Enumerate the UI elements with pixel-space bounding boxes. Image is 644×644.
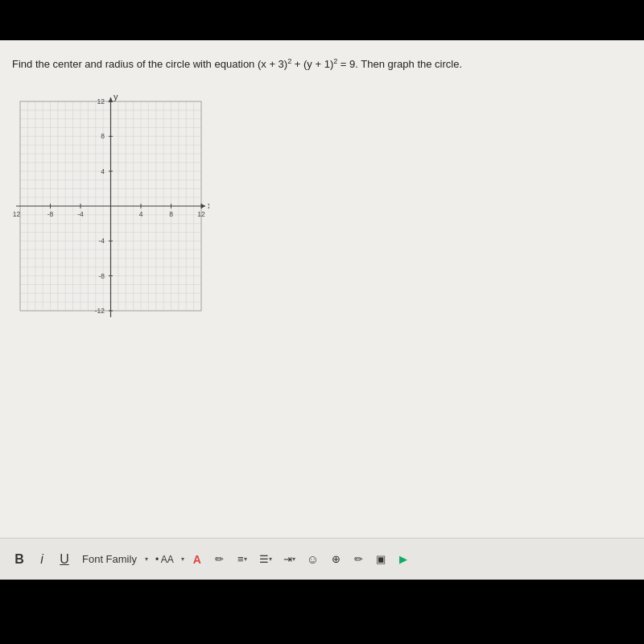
more-button[interactable]: ▶ bbox=[394, 550, 413, 568]
problem-equation: (x + 3)2 + (y + 1)2 = 9 bbox=[258, 58, 355, 70]
problem-text-after: . Then graph the circle. bbox=[355, 58, 462, 70]
x-axis-label: x bbox=[208, 200, 209, 210]
underline-button[interactable]: U bbox=[55, 549, 74, 570]
y-tick-12: 12 bbox=[97, 97, 105, 105]
link-button[interactable]: ⊕ bbox=[326, 550, 345, 568]
x-tick-neg12: -12 bbox=[12, 210, 20, 218]
bold-button[interactable]: B bbox=[10, 549, 29, 570]
y-tick-4: 4 bbox=[101, 167, 105, 175]
x-tick-neg8: -8 bbox=[47, 210, 54, 218]
edit-button[interactable]: ✏ bbox=[349, 550, 368, 568]
align-icon: ≡ bbox=[237, 553, 244, 565]
svg-marker-53 bbox=[201, 204, 205, 208]
y-tick-neg4: -4 bbox=[98, 237, 105, 245]
align-button[interactable]: ≡ ▾ bbox=[233, 550, 252, 568]
font-family-button[interactable]: Font Family bbox=[77, 550, 142, 568]
image-button[interactable]: ▣ bbox=[371, 550, 390, 568]
indent-icon: ⇥ bbox=[283, 553, 292, 565]
font-size-dropdown-arrow: ▾ bbox=[181, 555, 184, 563]
edit-icon: ✏ bbox=[354, 553, 363, 565]
x-tick-neg4: -4 bbox=[77, 210, 84, 218]
coordinate-graph: x y -12 -8 -4 4 8 12 12 8 bbox=[12, 93, 209, 323]
font-color-button[interactable]: A bbox=[188, 550, 207, 569]
link-icon: ⊕ bbox=[332, 553, 341, 565]
y-tick-8: 8 bbox=[101, 132, 105, 140]
x-tick-4: 4 bbox=[139, 210, 143, 218]
align-dropdown-arrow: ▾ bbox=[244, 555, 247, 563]
list-dropdown-arrow: ▾ bbox=[269, 555, 272, 563]
problem-statement: Find the center and radius of the circle… bbox=[12, 56, 632, 72]
highlight-icon: ✏ bbox=[215, 553, 224, 565]
more-icon: ▶ bbox=[399, 553, 407, 565]
emoji-button[interactable]: ☺ bbox=[303, 549, 323, 569]
italic-button[interactable]: i bbox=[32, 549, 52, 570]
font-size-button[interactable]: • AA bbox=[151, 551, 178, 568]
problem-text-before: Find the center and radius of the circle… bbox=[12, 58, 258, 70]
indent-button[interactable]: ⇥ ▾ bbox=[279, 550, 299, 568]
font-family-dropdown-arrow: ▾ bbox=[145, 555, 148, 563]
list-button[interactable]: ☰ ▾ bbox=[255, 550, 276, 568]
font-size-label: • AA bbox=[155, 554, 174, 565]
list-icon: ☰ bbox=[259, 553, 269, 565]
emoji-icon: ☺ bbox=[307, 552, 319, 566]
y-axis-label: y bbox=[114, 93, 118, 101]
x-tick-12: 12 bbox=[197, 210, 205, 218]
font-color-icon: A bbox=[193, 553, 201, 566]
y-tick-neg12: -12 bbox=[95, 307, 105, 315]
y-tick-neg8: -8 bbox=[98, 272, 105, 280]
formatting-toolbar: B i U Font Family ▾ • AA ▾ A ✏ ≡ ▾ ☰ ▾ ⇥… bbox=[0, 538, 644, 580]
image-icon: ▣ bbox=[376, 553, 386, 565]
svg-marker-54 bbox=[109, 97, 114, 102]
x-tick-8: 8 bbox=[169, 210, 173, 218]
highlight-button[interactable]: ✏ bbox=[210, 550, 229, 568]
indent-dropdown-arrow: ▾ bbox=[292, 555, 295, 563]
